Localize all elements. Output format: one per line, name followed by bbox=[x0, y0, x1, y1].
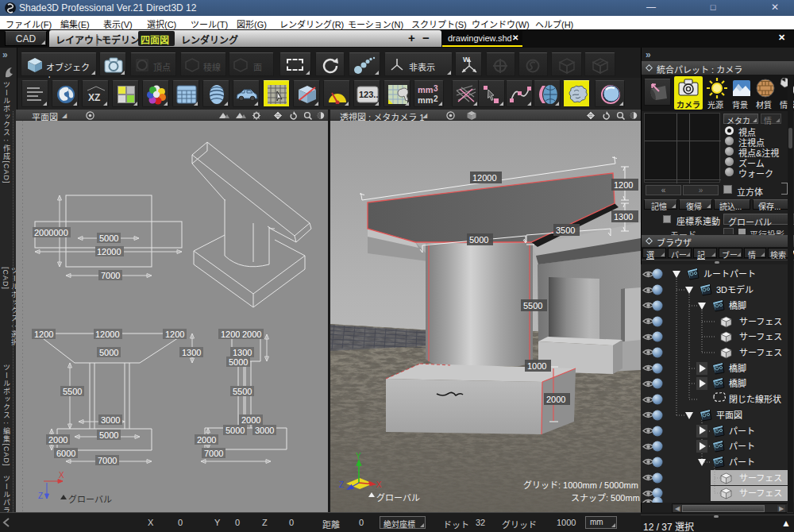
svg-text:パート: パート bbox=[729, 426, 755, 436]
svg-text:橋脚: 橋脚 bbox=[729, 378, 746, 388]
svg-text:2000: 2000 bbox=[197, 435, 216, 445]
svg-text:2000: 2000 bbox=[242, 330, 261, 339]
svg-text:123..: 123.. bbox=[359, 90, 378, 99]
svg-text:平面図: 平面図 bbox=[716, 411, 742, 420]
svg-text:1200: 1200 bbox=[165, 330, 184, 339]
svg-text:5000: 5000 bbox=[99, 430, 118, 440]
svg-text:パート: パート bbox=[729, 441, 755, 451]
svg-text:12000: 12000 bbox=[97, 247, 121, 256]
svg-text:サーフェス: サーフェス bbox=[739, 473, 782, 483]
svg-text:12000: 12000 bbox=[95, 330, 120, 339]
svg-text:5500: 5500 bbox=[63, 387, 82, 396]
svg-text:5500: 5500 bbox=[233, 387, 252, 396]
svg-text:サーフェス: サーフェス bbox=[739, 348, 782, 357]
svg-text:2000: 2000 bbox=[48, 435, 67, 445]
svg-text:3000: 3000 bbox=[101, 415, 120, 425]
svg-text:1300: 1300 bbox=[614, 212, 633, 222]
svg-text:橋脚: 橋脚 bbox=[729, 300, 746, 310]
svg-text:mm: mm bbox=[418, 85, 434, 94]
svg-text:X: X bbox=[376, 480, 382, 489]
svg-text:2000: 2000 bbox=[546, 395, 565, 404]
svg-text:サーフェス: サーフェス bbox=[739, 488, 782, 498]
svg-text:XZ: XZ bbox=[88, 92, 100, 103]
svg-text:2000: 2000 bbox=[241, 415, 260, 425]
svg-text:Z: Z bbox=[38, 492, 43, 500]
svg-text:グローバル: グローバル bbox=[68, 494, 112, 504]
svg-text:グローバル: グローバル bbox=[376, 492, 420, 503]
svg-text:Y: Y bbox=[356, 452, 361, 461]
svg-text:3500: 3500 bbox=[556, 226, 575, 235]
svg-text:1200: 1200 bbox=[34, 330, 53, 339]
svg-text:3: 3 bbox=[434, 84, 438, 93]
svg-text:5000: 5000 bbox=[469, 235, 488, 245]
svg-text:1200: 1200 bbox=[221, 330, 240, 339]
svg-text:サーフェス: サーフェス bbox=[739, 317, 782, 326]
svg-text:1200: 1200 bbox=[614, 180, 633, 190]
svg-text:グリッド: 1000mm / 5000mm: グリッド: 1000mm / 5000mm bbox=[523, 480, 638, 490]
svg-text:1300: 1300 bbox=[233, 348, 252, 357]
svg-text:X: X bbox=[59, 471, 64, 480]
svg-text:1300: 1300 bbox=[182, 348, 201, 357]
svg-text:mm: mm bbox=[418, 95, 434, 105]
svg-text:橋脚: 橋脚 bbox=[729, 363, 746, 373]
svg-text:パート: パート bbox=[729, 457, 755, 467]
svg-text:5000: 5000 bbox=[225, 426, 245, 435]
svg-text:サーフェス: サーフェス bbox=[739, 332, 782, 341]
svg-text:7000: 7000 bbox=[101, 271, 120, 280]
svg-text:2000000: 2000000 bbox=[34, 228, 68, 237]
svg-text:スナップ: 500mm: スナップ: 500mm bbox=[571, 493, 640, 503]
svg-text:1000: 1000 bbox=[527, 361, 546, 371]
svg-text:3000: 3000 bbox=[255, 426, 274, 435]
svg-text:ルートパート: ルートパート bbox=[703, 269, 756, 279]
svg-text:5000: 5000 bbox=[99, 233, 118, 243]
svg-text:閉じた線形状: 閉じた線形状 bbox=[729, 394, 781, 404]
svg-text:7000: 7000 bbox=[98, 456, 117, 465]
svg-text:12000: 12000 bbox=[472, 173, 497, 183]
svg-text:6000: 6000 bbox=[56, 449, 75, 458]
svg-text:7000: 7000 bbox=[204, 449, 223, 458]
svg-text:3Dモデル: 3Dモデル bbox=[716, 284, 754, 295]
svg-text:5000: 5000 bbox=[99, 348, 118, 357]
svg-text:5500: 5500 bbox=[523, 301, 542, 310]
svg-text:5000: 5000 bbox=[229, 357, 248, 367]
svg-text:Z: Z bbox=[339, 480, 344, 489]
